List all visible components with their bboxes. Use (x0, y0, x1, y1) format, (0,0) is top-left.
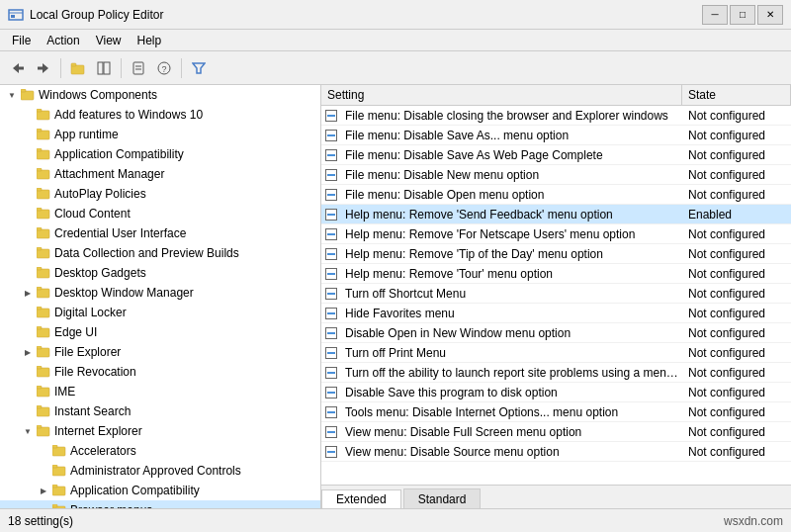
svg-rect-39 (37, 309, 49, 317)
settings-row[interactable]: Turn off Shortcut Menu Not configured (321, 284, 791, 304)
close-button[interactable]: ✕ (757, 5, 783, 25)
tree-item-app-compat[interactable]: Application Compatibility (0, 144, 320, 164)
expander-windows-components[interactable]: ▼ (4, 87, 20, 103)
svg-rect-19 (37, 111, 49, 120)
expander-desktop-window[interactable]: ▶ (20, 285, 36, 301)
tree-item-internet-explorer[interactable]: ▼ Internet Explorer (0, 421, 320, 441)
setting-name: Disable Open in New Window menu option (341, 324, 682, 342)
tree-label: Edge UI (54, 325, 97, 339)
tree-item-ie-app-compat[interactable]: ▶ Application Compatibility (0, 481, 320, 500)
show-hide-button[interactable] (92, 56, 116, 80)
folder-icon (36, 245, 51, 261)
tree-item-desktop-gadgets[interactable]: Desktop Gadgets (0, 263, 320, 283)
tree-item-windows-components[interactable]: ▼ Windows Components (0, 85, 320, 105)
svg-rect-25 (37, 170, 49, 179)
setting-state: Not configured (682, 225, 791, 243)
expander-file-explorer[interactable]: ▶ (20, 344, 36, 360)
settings-row[interactable]: File menu: Disable Save As... menu optio… (321, 126, 791, 145)
minimize-button[interactable]: ─ (702, 5, 728, 25)
tree-item-desktop-window[interactable]: ▶ Desktop Window Manager (0, 283, 320, 303)
svg-rect-33 (37, 249, 49, 258)
tree-label: Administrator Approved Controls (70, 464, 241, 478)
menu-action[interactable]: Action (39, 32, 87, 49)
expander-spacer (20, 107, 36, 123)
filter-button[interactable] (187, 56, 211, 80)
menu-view[interactable]: View (88, 32, 130, 49)
toolbar-separator-3 (181, 58, 182, 78)
setting-name: Help menu: Remove 'Tour' menu option (341, 265, 682, 283)
expander-ie-app-compat[interactable]: ▶ (36, 483, 51, 498)
expander-spacer (36, 502, 51, 508)
tree-item-add-features[interactable]: Add features to Windows 10 (0, 105, 320, 125)
settings-row-selected[interactable]: Help menu: Remove 'Send Feedback' menu o… (321, 205, 791, 224)
tree-item-ime[interactable]: IME (0, 382, 320, 401)
folder-icon (20, 87, 36, 103)
tree-item-cloud-content[interactable]: Cloud Content (0, 204, 320, 223)
settings-row[interactable]: Help menu: Remove 'Tour' menu option Not… (321, 264, 791, 284)
svg-rect-2 (11, 15, 15, 18)
policy-icon (321, 446, 341, 458)
menu-help[interactable]: Help (130, 32, 170, 49)
settings-row[interactable]: View menu: Disable Full Screen menu opti… (321, 422, 791, 442)
tree-item-attachment-manager[interactable]: Attachment Manager (0, 164, 320, 184)
tree-item-digital-locker[interactable]: Digital Locker (0, 303, 320, 322)
column-header-setting: Setting (321, 85, 682, 105)
settings-row[interactable]: File menu: Disable closing the browser a… (321, 106, 791, 126)
settings-row[interactable]: Help menu: Remove 'Tip of the Day' menu … (321, 244, 791, 264)
settings-row[interactable]: Turn off the ability to launch report si… (321, 363, 791, 383)
folder-icon (36, 324, 51, 340)
forward-button[interactable] (32, 56, 55, 80)
tree-item-file-explorer[interactable]: ▶ File Explorer (0, 342, 320, 362)
tree-item-file-revocation[interactable]: File Revocation (0, 362, 320, 382)
svg-rect-40 (37, 307, 42, 310)
maximize-button[interactable]: □ (730, 5, 755, 25)
svg-rect-28 (37, 188, 42, 191)
policy-icon (321, 268, 341, 280)
tree-item-data-collection[interactable]: Data Collection and Preview Builds (0, 243, 320, 263)
expander-internet-explorer[interactable]: ▼ (20, 423, 36, 439)
folder-icon (51, 463, 67, 479)
tree-label: Browser menus (70, 503, 152, 508)
tree-item-browser-menus[interactable]: Browser menus (0, 500, 320, 508)
expander-spacer (20, 305, 36, 320)
help-icon-button[interactable]: ? (152, 56, 176, 80)
tree-item-instant-search[interactable]: Instant Search (0, 401, 320, 421)
tree-item-admin-approved[interactable]: Administrator Approved Controls (0, 461, 320, 481)
setting-state: Enabled (682, 206, 791, 223)
tab-standard[interactable]: Standard (403, 488, 482, 508)
tree-item-credential-ui[interactable]: Credential User Interface (0, 223, 320, 243)
tree-item-autoplay[interactable]: AutoPlay Policies (0, 184, 320, 204)
svg-text:?: ? (161, 64, 166, 74)
settings-row[interactable]: Turn off Print Menu Not configured (321, 343, 791, 363)
settings-row[interactable]: File menu: Disable New menu option Not c… (321, 165, 791, 185)
back-button[interactable] (6, 56, 30, 80)
tree-item-app-runtime[interactable]: App runtime (0, 125, 320, 144)
settings-row[interactable]: Hide Favorites menu Not configured (321, 304, 791, 323)
tab-extended[interactable]: Extended (321, 489, 401, 508)
settings-row[interactable]: Help menu: Remove 'For Netscape Users' m… (321, 224, 791, 244)
folder-open-button[interactable] (66, 56, 90, 80)
properties-button[interactable] (127, 56, 150, 80)
settings-row[interactable]: Disable Save this program to disk option… (321, 383, 791, 402)
settings-row[interactable]: View menu: Disable Source menu option No… (321, 442, 791, 462)
setting-state: Not configured (682, 443, 791, 461)
tree-label: Internet Explorer (54, 424, 142, 438)
setting-state: Not configured (682, 384, 791, 401)
policy-icon (321, 228, 341, 240)
menu-file[interactable]: File (4, 32, 39, 49)
folder-icon (36, 265, 51, 281)
settings-row[interactable]: Disable Open in New Window menu option N… (321, 323, 791, 343)
settings-row[interactable]: File menu: Disable Open menu option Not … (321, 185, 791, 205)
folder-icon (36, 305, 51, 320)
setting-name: File menu: Disable Save As Web Page Comp… (341, 146, 682, 164)
tree-item-edge-ui[interactable]: Edge UI (0, 322, 320, 342)
svg-rect-8 (71, 63, 76, 66)
tree-item-accelerators[interactable]: Accelerators (0, 441, 320, 461)
svg-rect-42 (37, 326, 42, 329)
tree-label: Digital Locker (54, 306, 127, 319)
settings-row[interactable]: Tools menu: Disable Internet Options... … (321, 402, 791, 422)
tab-bar: Extended Standard (321, 485, 791, 508)
svg-rect-50 (37, 405, 42, 408)
setting-name: Hide Favorites menu (341, 305, 682, 322)
settings-row[interactable]: File menu: Disable Save As Web Page Comp… (321, 145, 791, 165)
